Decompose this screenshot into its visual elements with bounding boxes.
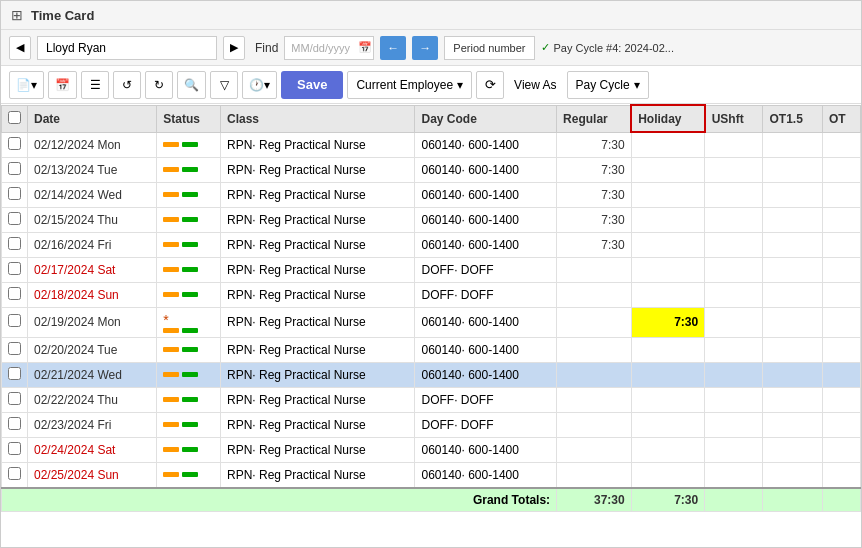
col-header-status: Status <box>157 105 221 132</box>
current-employee-dropdown[interactable]: Current Employee ▾ <box>347 71 472 99</box>
row-regular: 7:30 <box>557 157 632 182</box>
row-checkbox-cell <box>2 307 28 337</box>
refresh-button[interactable]: ⟳ <box>476 71 504 99</box>
calendar-view-button[interactable]: 📅 <box>48 71 77 99</box>
row-checkbox[interactable] <box>8 237 21 250</box>
table-row[interactable]: 02/23/2024 FriRPN· Reg Practical NurseDO… <box>2 412 861 437</box>
row-status <box>157 132 221 157</box>
row-ot <box>822 232 860 257</box>
status-bar-orange <box>163 397 179 402</box>
row-checkbox[interactable] <box>8 314 21 327</box>
row-ushft <box>705 282 763 307</box>
row-ot15 <box>763 307 822 337</box>
row-class: RPN· Reg Practical Nurse <box>220 157 415 182</box>
status-bar-green <box>182 192 198 197</box>
row-checkbox-cell <box>2 437 28 462</box>
row-checkbox[interactable] <box>8 392 21 405</box>
row-date: 02/20/2024 Tue <box>28 337 157 362</box>
row-date: 02/24/2024 Sat <box>28 437 157 462</box>
save-button[interactable]: Save <box>281 71 343 99</box>
next-employee-button[interactable]: ▶ <box>223 36 245 60</box>
table-row[interactable]: 02/16/2024 FriRPN· Reg Practical Nurse06… <box>2 232 861 257</box>
select-all-checkbox[interactable] <box>8 111 21 124</box>
row-checkbox[interactable] <box>8 212 21 225</box>
row-holiday <box>631 412 705 437</box>
status-bar-orange <box>163 142 179 147</box>
row-class: RPN· Reg Practical Nurse <box>220 307 415 337</box>
col-header-checkbox <box>2 105 28 132</box>
status-bar-green <box>182 217 198 222</box>
row-checkbox[interactable] <box>8 187 21 200</box>
row-regular <box>557 282 632 307</box>
row-checkbox[interactable] <box>8 287 21 300</box>
col-header-regular: Regular <box>557 105 632 132</box>
row-checkbox[interactable] <box>8 442 21 455</box>
new-button[interactable]: 📄▾ <box>9 71 44 99</box>
back-arrow-button[interactable]: ← <box>380 36 406 60</box>
row-checkbox[interactable] <box>8 162 21 175</box>
undo-button[interactable]: ↺ <box>113 71 141 99</box>
row-regular <box>557 362 632 387</box>
search-button[interactable]: 🔍 <box>177 71 206 99</box>
status-bar-green <box>182 142 198 147</box>
table-row[interactable]: 02/24/2024 SatRPN· Reg Practical Nurse06… <box>2 437 861 462</box>
col-header-ushft: UShft <box>705 105 763 132</box>
row-regular <box>557 437 632 462</box>
status-indicators <box>163 347 214 352</box>
row-checkbox[interactable] <box>8 342 21 355</box>
row-checkbox-cell <box>2 412 28 437</box>
status-bar-orange <box>163 167 179 172</box>
row-checkbox[interactable] <box>8 367 21 380</box>
table-row[interactable]: 02/19/2024 Mon*RPN· Reg Practical Nurse0… <box>2 307 861 337</box>
row-daycode: 060140· 600-1400 <box>415 307 557 337</box>
row-date: 02/15/2024 Thu <box>28 207 157 232</box>
status-indicators <box>163 242 214 247</box>
row-daycode: 060140· 600-1400 <box>415 207 557 232</box>
pay-cycle-dropdown[interactable]: Pay Cycle ▾ <box>567 71 649 99</box>
list-view-button[interactable]: ☰ <box>81 71 109 99</box>
filter-button[interactable]: ▽ <box>210 71 238 99</box>
row-class: RPN· Reg Practical Nurse <box>220 232 415 257</box>
row-checkbox[interactable] <box>8 467 21 480</box>
title-bar: ⊞ Time Card <box>1 1 861 30</box>
row-ot15 <box>763 182 822 207</box>
toolbar-bottom: 📄▾ 📅 ☰ ↺ ↻ 🔍 ▽ 🕐▾ Save Current Employee … <box>1 66 861 104</box>
row-ot15 <box>763 462 822 488</box>
table-row[interactable]: 02/13/2024 TueRPN· Reg Practical Nurse06… <box>2 157 861 182</box>
table-row[interactable]: 02/18/2024 SunRPN· Reg Practical NurseDO… <box>2 282 861 307</box>
time-entries-table-container[interactable]: Date Status Class Day Code Regular Holid… <box>1 104 861 547</box>
row-ot15 <box>763 412 822 437</box>
row-checkbox[interactable] <box>8 262 21 275</box>
pay-cycle-info: ✓ Pay Cycle #4: 2024-02... <box>541 41 674 54</box>
table-row[interactable]: 02/25/2024 SunRPN· Reg Practical Nurse06… <box>2 462 861 488</box>
table-row[interactable]: 02/15/2024 ThuRPN· Reg Practical Nurse06… <box>2 207 861 232</box>
table-row[interactable]: 02/20/2024 TueRPN· Reg Practical Nurse06… <box>2 337 861 362</box>
table-row[interactable]: 02/22/2024 ThuRPN· Reg Practical NurseDO… <box>2 387 861 412</box>
row-status: * <box>157 307 221 337</box>
table-row[interactable]: 02/12/2024 MonRPN· Reg Practical Nurse06… <box>2 132 861 157</box>
row-checkbox[interactable] <box>8 417 21 430</box>
status-indicators <box>163 447 214 452</box>
row-status <box>157 412 221 437</box>
table-row[interactable]: 02/14/2024 WedRPN· Reg Practical Nurse06… <box>2 182 861 207</box>
check-icon: ✓ <box>541 41 550 54</box>
status-indicators <box>163 472 214 477</box>
col-header-date: Date <box>28 105 157 132</box>
row-ushft <box>705 437 763 462</box>
table-row[interactable]: 02/17/2024 SatRPN· Reg Practical NurseDO… <box>2 257 861 282</box>
calendar-icon[interactable]: 📅 <box>358 41 372 54</box>
status-indicators <box>163 142 214 147</box>
clock-button[interactable]: 🕐▾ <box>242 71 277 99</box>
col-header-ot: OT <box>822 105 860 132</box>
prev-employee-button[interactable]: ◀ <box>9 36 31 60</box>
row-ot15 <box>763 437 822 462</box>
forward-arrow-button[interactable]: → <box>412 36 438 60</box>
redo-button[interactable]: ↻ <box>145 71 173 99</box>
row-checkbox[interactable] <box>8 137 21 150</box>
row-ushft <box>705 387 763 412</box>
table-row[interactable]: 02/21/2024 WedRPN· Reg Practical Nurse06… <box>2 362 861 387</box>
toolbar-top: ◀ Lloyd Ryan ▶ Find MM/dd/yyyy 📅 ← → Per… <box>1 30 861 66</box>
row-status <box>157 182 221 207</box>
status-bar-orange <box>163 472 179 477</box>
status-bar-green <box>182 422 198 427</box>
